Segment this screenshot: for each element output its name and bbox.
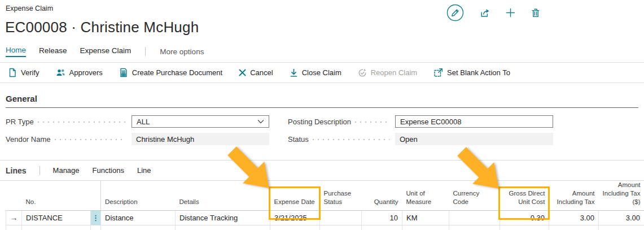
vendor-name-label: Vendor Name [6, 135, 51, 144]
edit-button[interactable] [446, 4, 464, 21]
lines-heading[interactable]: Lines [6, 166, 27, 175]
empty-cell[interactable] [270, 225, 320, 230]
empty-cell[interactable] [599, 225, 644, 230]
verify-document-icon [8, 68, 17, 77]
verify-button[interactable]: Verify [8, 68, 40, 77]
pr-type-field: PR Type ALL [6, 115, 269, 128]
empty-cell[interactable] [549, 225, 599, 230]
cancel-button[interactable]: Cancel [239, 68, 273, 77]
empty-cell[interactable] [22, 225, 91, 230]
posting-description-label: Posting Description [288, 118, 351, 126]
delete-button[interactable] [531, 8, 540, 18]
empty-cell[interactable] [101, 225, 176, 230]
more-options-button[interactable]: More options [160, 47, 204, 56]
col-header-unit-of-measure[interactable]: Unit of Measure [402, 181, 449, 210]
action-label: Create Purchase Document [132, 68, 222, 77]
col-header-description[interactable]: Description [101, 181, 176, 210]
reopen-claim-button[interactable]: Reopen Claim [358, 68, 417, 77]
general-section-heading[interactable]: General [6, 94, 638, 108]
empty-table-row[interactable] [6, 225, 644, 230]
cancel-x-icon [239, 69, 246, 76]
col-header-currency-code[interactable]: Currency Code [449, 181, 500, 210]
status-label: Status [288, 135, 309, 144]
share-button[interactable] [480, 8, 490, 18]
posting-description-value: Expense EC00008 [400, 118, 461, 126]
set-blank-action-to-button[interactable]: Set Blank Action To [433, 68, 510, 77]
empty-cell[interactable] [176, 225, 270, 230]
lines-divider [40, 166, 40, 175]
vendor-name-value: Christine McHugh [132, 133, 269, 145]
tab-divider [145, 47, 146, 56]
row-selector-header [6, 181, 22, 210]
lines-menu-line[interactable]: Line [137, 166, 151, 175]
dotted-leader [38, 121, 126, 123]
posting-description-input[interactable]: Expense EC00008 [395, 115, 553, 128]
lines-menu-manage[interactable]: Manage [53, 166, 80, 175]
empty-cell [91, 225, 101, 230]
dotted-leader [355, 121, 389, 123]
close-claim-button[interactable]: Close Claim [290, 68, 341, 77]
action-label: Set Blank Action To [447, 68, 510, 77]
cell-expense-date[interactable]: 3/21/2025 [270, 210, 320, 225]
cell-amount-including-tax[interactable]: 3.00 [549, 210, 599, 225]
action-label: Close Claim [302, 68, 341, 77]
cell-gross-direct-unit-cost[interactable]: 0.30 [500, 210, 549, 225]
page-menu: Home Release Expense Claim More options [6, 46, 644, 57]
cell-amount-including-tax-usd[interactable]: 3.00 [599, 210, 644, 225]
empty-cell[interactable] [449, 225, 500, 230]
col-header-details[interactable]: Details [176, 181, 270, 210]
tab-expense-claim[interactable]: Expense Claim [80, 46, 132, 57]
lines-toolbar: Lines Manage Functions Line [0, 160, 644, 181]
cell-currency-code[interactable] [449, 210, 500, 225]
empty-cell[interactable] [402, 225, 449, 230]
empty-cell[interactable] [362, 225, 402, 230]
col-header-no[interactable]: No. [22, 181, 101, 210]
cell-unit-of-measure[interactable]: KM [402, 210, 449, 225]
vertical-ellipsis-icon: ⋮ [92, 214, 99, 222]
create-purchase-document-button[interactable]: Create Purchase Document [119, 68, 222, 77]
right-arrow-icon: → [10, 213, 18, 222]
plus-icon [506, 8, 515, 18]
empty-cell[interactable] [320, 225, 362, 230]
approvers-button[interactable]: Approvers [56, 68, 103, 77]
col-header-expense-date[interactable]: Expense Date [270, 181, 320, 210]
col-header-quantity[interactable]: Quantity [362, 181, 402, 210]
vendor-name-field: Vendor Name Christine McHugh [6, 133, 269, 145]
dotted-leader [55, 139, 126, 140]
current-row-indicator: → [6, 210, 22, 225]
col-header-amount-including-tax[interactable]: Amount Including Tax [549, 181, 599, 210]
set-blank-action-icon [433, 68, 443, 77]
action-label: Verify [21, 68, 40, 77]
cell-purchase-status[interactable] [320, 210, 362, 225]
lines-menu-functions[interactable]: Functions [93, 166, 124, 175]
purchase-document-icon [119, 68, 128, 77]
tab-release[interactable]: Release [39, 46, 67, 57]
pr-type-dropdown[interactable]: ALL [132, 115, 269, 128]
trash-icon [531, 8, 540, 18]
action-label: Reopen Claim [371, 68, 417, 77]
empty-cell [6, 225, 22, 230]
lines-part: Lines Manage Functions Line No. Descript… [0, 160, 644, 230]
page-caption: Expense Claim [6, 5, 644, 12]
action-bar: Verify Approvers Create Purchase Documen… [0, 62, 644, 83]
new-button[interactable] [506, 8, 515, 18]
status-field: Status Open [288, 133, 553, 145]
empty-cell[interactable] [500, 225, 549, 230]
pr-type-label: PR Type [6, 118, 34, 126]
row-menu-button[interactable]: ⋮ [91, 210, 101, 225]
table-header-row: No. Description Details Expense Date Pur… [6, 181, 644, 210]
general-fields: PR Type ALL Vendor Name Christine McHugh… [0, 115, 644, 145]
table-row[interactable]: → DISTANCE ⋮ Distance Distance Tracking … [6, 210, 644, 225]
action-label: Approvers [69, 68, 103, 77]
cell-description[interactable]: Distance [101, 210, 176, 225]
cell-quantity[interactable]: 10 [362, 210, 402, 225]
col-header-amount-including-tax-usd[interactable]: Amount Including Tax ($) [599, 181, 644, 210]
approvers-people-icon [56, 68, 65, 77]
reopen-claim-icon [358, 68, 367, 77]
col-header-gross-direct-unit-cost[interactable]: Gross Direct Unit Cost [500, 181, 549, 210]
col-header-purchase-status[interactable]: Purchase Status [320, 181, 362, 210]
cell-no[interactable]: DISTANCE [22, 210, 91, 225]
tab-home[interactable]: Home [6, 46, 26, 57]
page-title: EC00008 · Christine McHugh [5, 19, 644, 36]
cell-details[interactable]: Distance Tracking [176, 210, 270, 225]
